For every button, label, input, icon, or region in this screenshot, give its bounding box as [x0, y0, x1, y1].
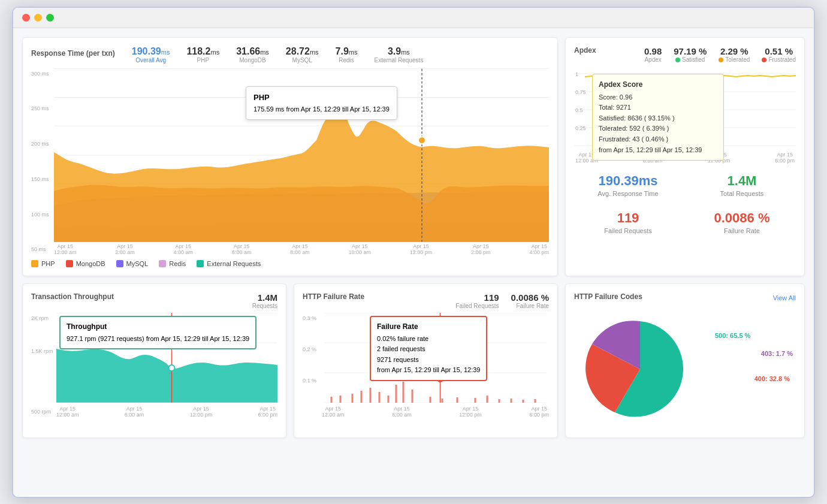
- svg-rect-36: [403, 382, 405, 403]
- svg-rect-29: [340, 396, 342, 403]
- apdex-chart[interactable]: 1 0.75 0.5 0.25 Apdex Score Score: 0.96 …: [574, 68, 796, 164]
- metric-mongodb: 31.66ms MongoDB: [236, 46, 269, 64]
- failure-rate-metrics: 119 Failed Requests 0.0086 % Failure Rat…: [455, 292, 549, 309]
- failure-rate-metric: 0.0086 % Failure Rate: [511, 292, 549, 309]
- pie-chart: [574, 309, 706, 429]
- response-time-chart[interactable]: PHP 175.59 ms from Apr 15, 12:29 till Ap…: [54, 68, 549, 242]
- browser-window: Response Time (per txn) 190.39ms Overall…: [12, 7, 815, 498]
- card-title-response: Response Time (per txn): [31, 49, 115, 60]
- legend-mysql-color: [116, 260, 123, 267]
- svg-rect-40: [457, 397, 458, 403]
- dashboard: Response Time (per txn) 190.39ms Overall…: [13, 28, 814, 496]
- response-time-legend: PHP MongoDB MySQL Redis: [31, 260, 549, 267]
- avg-response-stat: 190.39ms Avg. Response Time: [574, 170, 682, 201]
- metric-overall-avg: 190.39ms Overall Avg: [132, 46, 170, 64]
- apdex-frustrated: 0.51 % Frustrated: [762, 46, 796, 63]
- label-400: 400: 32.8 %: [754, 375, 790, 382]
- svg-rect-46: [535, 399, 536, 403]
- throughput-tooltip: Throughput 927.1 rpm (9271 requests) fro…: [59, 316, 256, 350]
- svg-rect-34: [388, 396, 390, 403]
- response-time-x-axis: Apr 1512:00 am Apr 152:00 am Apr 154:00 …: [54, 243, 549, 255]
- svg-rect-28: [331, 397, 333, 403]
- svg-text:1: 1: [575, 71, 578, 77]
- svg-rect-33: [379, 392, 381, 403]
- apdex-stats: 190.39ms Avg. Response Time 1.4M Total R…: [574, 170, 796, 238]
- failed-requests-stat: 119 Failed Requests: [574, 207, 682, 238]
- svg-point-8: [418, 137, 425, 144]
- maximize-button[interactable]: [46, 14, 54, 22]
- apdex-card: Apdex 0.98 Apdex 97.19 % Satisfied 2.29 …: [565, 37, 805, 276]
- top-row: Response Time (per txn) 190.39ms Overall…: [22, 37, 805, 276]
- svg-point-23: [168, 364, 174, 370]
- legend-php-color: [31, 260, 38, 267]
- svg-rect-31: [361, 391, 363, 403]
- legend-mysql: MySQL: [116, 260, 149, 267]
- close-button[interactable]: [22, 14, 30, 22]
- legend-redis: Redis: [159, 260, 186, 267]
- svg-rect-42: [487, 396, 488, 403]
- failure-chart-wrap: 0.3 % 0.2 % 0.1 % 0: [303, 313, 549, 418]
- failure-codes-card: HTTP Failure Codes View All: [565, 283, 805, 438]
- svg-rect-43: [499, 399, 500, 403]
- failed-req-metric: 119 Failed Requests: [455, 292, 499, 309]
- response-time-chart-wrap: 300 ms 250 ms 200 ms 150 ms 100 ms 50 ms: [31, 68, 549, 255]
- apdex-satisfied: 97.19 % Satisfied: [674, 46, 707, 63]
- svg-rect-45: [523, 400, 524, 403]
- svg-rect-38: [430, 397, 431, 403]
- svg-rect-39: [442, 399, 443, 403]
- failure-tooltip: Failure Rate 0.02% failure rate 2 failed…: [370, 316, 487, 382]
- metric-php: 118.2ms PHP: [186, 46, 219, 64]
- apdex-tooltip: Apdex Score Score: 0.96 Total: 9271 Sati…: [592, 74, 724, 161]
- svg-rect-32: [370, 388, 372, 403]
- apdex-tolerated: 2.29 % Tolerated: [719, 46, 750, 63]
- failure-rate-header: HTTP Failure Rate 119 Failed Requests 0.…: [303, 292, 549, 309]
- metric-redis: 7.9ms Redis: [336, 46, 358, 64]
- label-403: 403: 1.7 %: [761, 350, 793, 357]
- legend-mongodb-color: [66, 260, 73, 267]
- failure-codes-header: HTTP Failure Codes View All: [574, 292, 796, 303]
- legend-redis-color: [159, 260, 166, 267]
- response-time-metrics: Response Time (per txn) 190.39ms Overall…: [31, 46, 549, 64]
- apdex-score: 0.98 Apdex: [644, 46, 662, 63]
- failure-x-axis: Apr 1512:00 am Apr 156:00 am Apr 1512:00…: [322, 406, 549, 418]
- view-all-link[interactable]: View All: [773, 294, 796, 301]
- svg-rect-30: [352, 394, 354, 403]
- legend-php: PHP: [31, 260, 55, 267]
- failure-rate-stat: 0.0086 % Failure Rate: [688, 207, 796, 238]
- legend-external-color: [197, 260, 204, 267]
- svg-text:0.75: 0.75: [575, 89, 586, 95]
- svg-rect-41: [475, 398, 476, 403]
- browser-titlebar: [13, 8, 814, 28]
- svg-text:0.5: 0.5: [575, 107, 583, 113]
- legend-mongodb: MongoDB: [66, 260, 105, 267]
- svg-rect-35: [396, 385, 397, 403]
- failure-y-labels: 0.3 % 0.2 % 0.1 % 0: [303, 313, 316, 418]
- throughput-chart[interactable]: Throughput 927.1 rpm (9271 requests) fro…: [56, 313, 277, 405]
- metric-mysql: 28.72ms MySQL: [286, 46, 319, 64]
- metric-external: 3.9ms External Requests: [375, 46, 424, 64]
- response-time-y-labels: 300 ms 250 ms 200 ms 150 ms 100 ms 50 ms: [31, 68, 49, 255]
- apdex-top-metrics: 0.98 Apdex 97.19 % Satisfied 2.29 % Tole…: [644, 46, 796, 63]
- bottom-row: Transaction Throughput 1.4M Requests 2K …: [22, 283, 805, 438]
- apdex-header: Apdex 0.98 Apdex 97.19 % Satisfied 2.29 …: [574, 46, 796, 63]
- total-requests-stat: 1.4M Total Requests: [688, 170, 796, 201]
- legend-external: External Requests: [197, 260, 261, 267]
- label-500: 500: 65.5 %: [715, 332, 750, 339]
- response-time-card: Response Time (per txn) 190.39ms Overall…: [22, 37, 558, 276]
- svg-rect-37: [412, 390, 414, 403]
- throughput-card: Transaction Throughput 1.4M Requests 2K …: [22, 283, 286, 438]
- throughput-value: 1.4M Requests: [252, 292, 277, 309]
- failure-rate-card: HTTP Failure Rate 119 Failed Requests 0.…: [294, 283, 558, 438]
- throughput-header: Transaction Throughput 1.4M Requests: [31, 292, 277, 309]
- throughput-x-axis: Apr 1512:00 am Apr 156:00 am Apr 1512:00…: [56, 406, 277, 418]
- throughput-y-labels: 2K rpm 1.5K rpm 500 rpm: [31, 313, 53, 418]
- frustrated-dot: [762, 58, 766, 62]
- throughput-chart-wrap: 2K rpm 1.5K rpm 500 rpm: [31, 313, 277, 418]
- svg-text:0.25: 0.25: [575, 125, 586, 131]
- minimize-button[interactable]: [34, 14, 42, 22]
- satisfied-dot: [675, 58, 680, 62]
- failure-chart[interactable]: Failure Rate 0.02% failure rate 2 failed…: [322, 313, 549, 405]
- pie-section: 400: 32.8 % 500: 65.5 % 403: 1.7 %: [574, 309, 796, 429]
- tolerated-dot: [719, 58, 723, 62]
- php-tooltip: PHP 175.59 ms from Apr 15, 12:29 till Ap…: [246, 86, 397, 120]
